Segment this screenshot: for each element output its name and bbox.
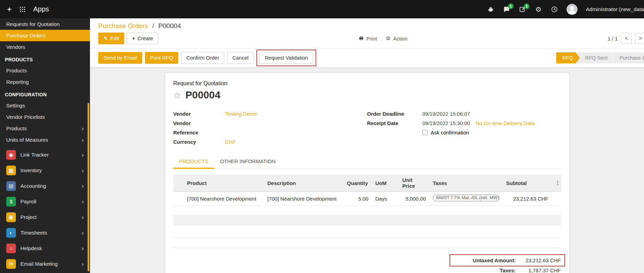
sidebar-item-label: Products: [6, 125, 27, 131]
description-cell: [700] Nearshore Development: [264, 192, 344, 206]
edit-button[interactable]: ✎ Edit: [98, 33, 124, 44]
topbar-right-cluster: 1 2 ⚙ Administrator (new_data: [487, 4, 644, 15]
activities-icon[interactable]: 2: [519, 6, 526, 13]
sidebar-item-products-config[interactable]: Products ›: [0, 123, 90, 134]
user-avatar[interactable]: [566, 4, 578, 15]
send-by-email-button[interactable]: Send by Email: [98, 52, 142, 64]
chevron-right-icon: ›: [82, 262, 84, 266]
sidebar-item-label: Settings: [6, 103, 25, 108]
pager-prev-button[interactable]: <: [621, 33, 632, 44]
main-content: Purchase Orders / P00004 ✎ Edit + Create: [90, 18, 644, 273]
sidebar-item-payroll[interactable]: $ Payroll ›: [0, 194, 90, 209]
sidebar-item-link-tracker[interactable]: ◉ Link Tracker ›: [0, 147, 90, 162]
action-button[interactable]: ⚙ Action: [386, 35, 407, 42]
timesheets-icon: ◐: [6, 228, 16, 238]
pager-next-button[interactable]: >: [635, 33, 644, 44]
sidebar-section-products: PRODUCTS: [0, 53, 90, 65]
sidebar-item-products[interactable]: Products: [0, 65, 90, 76]
messages-icon[interactable]: 1: [503, 6, 510, 13]
col-product[interactable]: Product: [184, 175, 264, 192]
sidebar-item-label: Email Marketing: [20, 261, 58, 267]
on-time-delivery-note: No On-time Delivery Data: [475, 118, 535, 128]
sidebar-item-helpdesk[interactable]: ○ Helpdesk ›: [0, 240, 90, 256]
sidebar-item-vendors[interactable]: Vendors: [0, 41, 90, 53]
taxes-total-row: Taxes: 1,787.37 CHF: [454, 266, 561, 273]
empty-notes-band: [173, 215, 561, 226]
pager-count: 1 / 1: [608, 36, 618, 42]
optional-columns-icon[interactable]: ⋮: [552, 175, 562, 192]
sidebar-item-label: Accounting: [20, 183, 46, 189]
tab-products[interactable]: PRODUCTS: [173, 155, 214, 169]
sidebar-item-timesheets[interactable]: ◐ Timesheets ›: [0, 225, 90, 240]
col-description[interactable]: Description: [264, 175, 344, 192]
debug-bug-icon[interactable]: [487, 6, 495, 13]
sidebar-item-label: Purchase Orders: [6, 33, 45, 38]
sidebar-item-vendor-pricelists[interactable]: Vendor Pricelists: [0, 111, 90, 123]
sidebar-apps-block: ◉ Link Tracker › ▦ Inventory › ▤ Account…: [0, 147, 90, 272]
order-line-row[interactable]: [700] Nearshore Development [700] Nearsh…: [173, 192, 562, 206]
messages-badge: 1: [508, 3, 514, 9]
sidebar-scrollbar-thumb[interactable]: [88, 103, 89, 271]
col-subtotal[interactable]: Subtotal: [503, 175, 552, 192]
create-button[interactable]: + Create: [127, 33, 158, 44]
col-quantity[interactable]: Quantity: [344, 175, 372, 192]
vendor-value[interactable]: Testing Demo: [225, 109, 257, 118]
sidebar-item-label: Requests for Quotation: [6, 21, 60, 27]
sidebar-item-inventory[interactable]: ▦ Inventory ›: [0, 162, 90, 178]
services-gear-icon[interactable]: ⚙: [535, 6, 542, 13]
sidebar-item-label: Vendor Pricelists: [6, 114, 45, 120]
print-button[interactable]: Print: [359, 35, 377, 42]
apps-grid-icon[interactable]: [19, 6, 26, 13]
sidebar-item-label: Units of Measures: [6, 137, 48, 143]
sidebar: Requests for Quotation Purchase Orders V…: [0, 18, 90, 273]
request-validation-button[interactable]: Request Validation: [260, 52, 313, 64]
sidebar-item-label: Reporting: [6, 79, 29, 85]
chevron-right-icon: ›: [82, 215, 84, 220]
status-step-purchase-order[interactable]: Purchase O: [610, 52, 644, 63]
separator-line: [173, 238, 561, 238]
apps-menu-title[interactable]: Apps: [33, 5, 49, 13]
col-unit-price[interactable]: Unit Price: [399, 175, 429, 192]
row-handle: [173, 192, 184, 206]
breadcrumb-purchase-orders[interactable]: Purchase Orders: [98, 22, 148, 29]
sidebar-item-accounting[interactable]: ▤ Accounting ›: [0, 178, 90, 194]
cancel-button[interactable]: Cancel: [227, 52, 254, 64]
sidebar-item-project[interactable]: ▣ Project ›: [0, 209, 90, 225]
sidebar-item-label: Payroll: [20, 199, 36, 204]
statusbar: Send by Email Print RFQ Confirm Order Ca…: [90, 48, 644, 68]
edit-button-label: Edit: [110, 35, 119, 42]
sidebar-item-requests-for-quotation[interactable]: Requests for Quotation: [0, 18, 90, 30]
logo-icon[interactable]: [6, 6, 13, 13]
chevron-right-icon: ›: [82, 168, 84, 173]
status-step-rfq[interactable]: RFQ: [556, 52, 580, 63]
vendor-label: Vendor: [173, 109, 225, 118]
chevron-right-icon: ›: [82, 138, 84, 142]
plus-icon: +: [132, 35, 135, 42]
pencil-icon: ✎: [103, 35, 108, 42]
status-step-rfq-sent[interactable]: RFQ Sent: [576, 52, 614, 63]
sidebar-item-units-of-measures[interactable]: Units of Measures ›: [0, 134, 90, 146]
breadcrumb: Purchase Orders / P00004: [98, 21, 636, 33]
confirm-order-button[interactable]: Confirm Order: [181, 52, 224, 64]
create-button-label: Create: [137, 35, 153, 42]
currency-value[interactable]: CHF: [225, 137, 236, 147]
taxes-cell: MWST 7.7% Mat.-/DL (inkl. MWST): [429, 192, 503, 206]
col-taxes[interactable]: Taxes: [429, 175, 503, 192]
sidebar-item-settings[interactable]: Settings: [0, 100, 90, 111]
breadcrumb-separator: /: [152, 22, 154, 29]
chevron-right-icon: ›: [82, 152, 84, 157]
breadcrumb-current-record: P00004: [158, 22, 181, 29]
user-name[interactable]: Administrator (new_data: [586, 6, 644, 12]
annotation-box-request-validation: Request Validation: [256, 50, 316, 66]
col-uom[interactable]: UoM: [372, 175, 399, 192]
notebook-tabs: PRODUCTS OTHER INFORMATION: [173, 155, 561, 169]
tab-other-information[interactable]: OTHER INFORMATION: [214, 155, 282, 169]
print-rfq-button[interactable]: Print RFQ: [145, 52, 179, 64]
sidebar-item-purchase-orders[interactable]: Purchase Orders: [0, 30, 90, 41]
field-group: Vendor Testing Demo Vendor Reference Cur…: [173, 109, 561, 147]
sidebar-item-reporting[interactable]: Reporting: [0, 76, 90, 88]
sidebar-item-email-marketing[interactable]: ✉ Email Marketing ›: [0, 256, 90, 272]
recent-clock-icon[interactable]: [551, 6, 558, 13]
ask-confirmation-checkbox[interactable]: [423, 130, 428, 135]
favorite-star-icon[interactable]: ☆: [173, 91, 181, 100]
